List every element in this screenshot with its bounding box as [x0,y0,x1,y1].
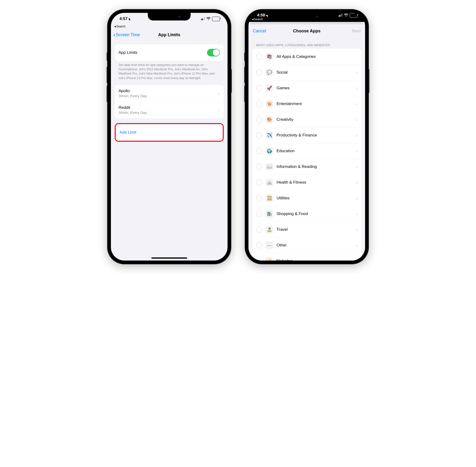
category-row[interactable]: 🎨Creativity› [252,112,361,127]
radio-unselected[interactable] [256,226,262,233]
chevron-right-icon: › [356,164,357,169]
category-label: Shopping & Food [276,211,308,216]
limit-row[interactable]: Apollo30min, Every Day› [115,85,224,102]
category-row[interactable]: 🍿Entertainment› [252,96,361,112]
notch [285,13,328,21]
chevron-right-icon: › [356,180,357,185]
radio-unselected[interactable] [256,117,262,123]
app-limits-toggle-group: App Limits [115,44,224,61]
category-row[interactable]: ✈️Productivity & Finance› [252,127,361,143]
chevron-right-icon: › [356,133,357,138]
chevron-right-icon: › [356,195,357,201]
category-row[interactable]: 🌍Education› [252,143,361,159]
category-label: Entertainment [276,102,302,106]
category-row[interactable]: 🏝️Travel› [252,222,361,237]
radio-unselected[interactable] [256,53,262,60]
category-row[interactable]: 🚀Games› [252,80,361,96]
category-row[interactable]: 🚲Health & Fitness› [252,175,361,190]
breadcrumb-label: Search [116,25,125,28]
category-icon: 🚀 [266,84,273,92]
radio-unselected[interactable] [256,164,262,170]
cellular-icon [201,17,205,20]
screen-left: 4:57 ◀ Search ‹ Screen Time App Limits [111,13,227,260]
cancel-button[interactable]: Cancel [251,29,266,34]
category-icon: 🌍 [266,147,273,155]
radio-unselected[interactable] [256,101,262,107]
category-label: Education [276,149,295,153]
radio-unselected[interactable] [256,179,262,185]
toggle-label: App Limits [119,50,137,55]
radio-unselected[interactable] [256,242,262,248]
category-icon: 🧮 [266,194,273,202]
category-icon: 🧭 [265,257,273,260]
app-limits-toggle[interactable] [207,49,220,56]
chevron-right-icon: › [356,211,357,217]
modal-backdrop: Cancel Choose Apps Next MOST USED APPS, … [249,22,365,260]
category-icon: 🏝️ [266,226,273,234]
radio-unselected[interactable] [256,85,262,91]
limits-list: Apollo30min, Every Day›Reddit30min, Ever… [115,85,224,118]
chevron-right-icon: › [356,117,357,122]
category-row[interactable]: 🧮Utilities› [252,190,361,206]
battery-icon [350,13,357,18]
next-label: Next [352,29,361,33]
category-label: All Apps & Categories [276,54,316,59]
radio-unselected[interactable] [256,195,262,201]
category-icon: 📚 [266,53,273,61]
screen-right: 4:58 ◀ Search Cancel [249,13,365,260]
home-indicator[interactable] [151,258,187,259]
category-row[interactable]: 📖Information & Reading› [252,159,361,175]
add-limit-button[interactable]: Add Limit [116,124,223,141]
category-icon: ⋯ [266,242,273,249]
category-label: Websites [276,259,293,260]
category-row[interactable]: ⋯Other› [252,237,361,253]
chevron-right-icon: › [356,148,357,154]
back-label: Screen Time [116,32,140,37]
category-row[interactable]: 📚All Apps & Categories [252,49,361,65]
category-row[interactable]: 🧭Websites› [252,253,361,260]
category-label: Games [276,86,290,91]
breadcrumb[interactable]: ◀ Search [111,25,227,29]
wifi-icon [206,17,211,21]
status-time: 4:57 [119,16,127,21]
category-icon: 🛍️ [266,210,273,218]
add-limit-highlight: Add Limit [115,123,224,142]
chevron-right-icon: › [356,227,357,233]
category-row[interactable]: 💬Social› [252,65,361,80]
back-button[interactable]: ‹ Screen Time [113,32,140,38]
phone-right: 4:58 ◀ Search Cancel [245,10,368,264]
choose-apps-modal: Cancel Choose Apps Next MOST USED APPS, … [249,24,365,260]
modal-content: MOST USED APPS, CATEGORIES, AND WEBSITES… [249,38,365,260]
radio-unselected[interactable] [256,69,262,76]
location-icon [128,17,132,21]
radio-unselected[interactable] [256,211,262,217]
category-label: Social [276,70,288,75]
nav-bar: ‹ Screen Time App Limits [111,29,227,40]
modal-nav-bar: Cancel Choose Apps Next [249,24,365,38]
wifi-icon [344,13,348,17]
limit-detail: 30min, Every Day [119,111,147,115]
category-label: Information & Reading [276,164,317,169]
next-button[interactable]: Next [352,29,363,34]
category-icon: 📖 [266,163,273,170]
category-label: Other [276,243,287,248]
category-label: Travel [276,227,288,232]
notch [148,13,191,21]
category-label: Utilities [276,196,290,201]
content-area: App Limits Set daily time limits for app… [111,40,227,260]
add-limit-label: Add Limit [119,130,136,135]
category-icon: 🎨 [266,116,273,123]
radio-unselected[interactable] [256,132,262,138]
app-limits-toggle-row[interactable]: App Limits [115,44,224,61]
chevron-right-icon: › [356,86,357,91]
category-icon: 🚲 [266,179,273,186]
limit-title: Reddit [119,105,147,110]
limit-row[interactable]: Reddit30min, Every Day› [115,102,224,118]
status-time: 4:58 [257,13,265,18]
chevron-right-icon: › [356,70,357,75]
chevron-right-icon: › [218,107,220,113]
radio-unselected[interactable] [256,148,262,154]
category-row[interactable]: 🛍️Shopping & Food› [252,206,361,222]
category-label: Health & Fitness [276,180,306,185]
location-icon [266,13,270,17]
